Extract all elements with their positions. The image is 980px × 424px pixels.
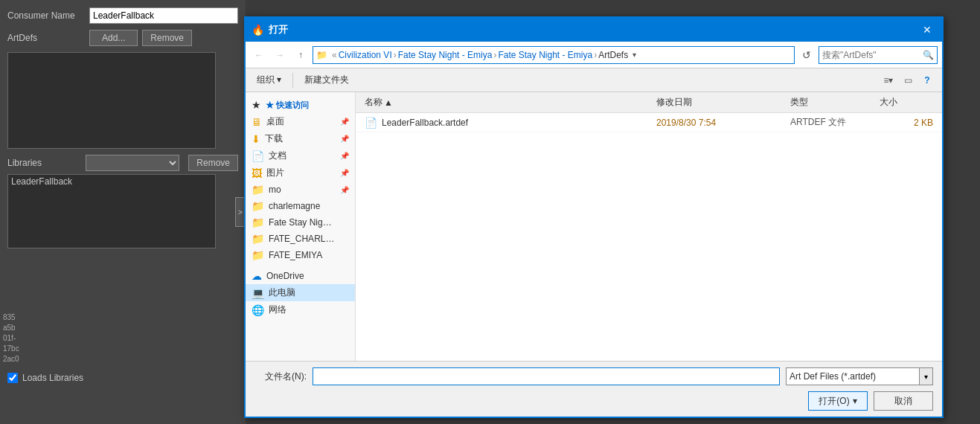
file-row-leaderfallback[interactable]: 📄 LeaderFallback.artdef 2019/8/30 7:54 A… — [356, 113, 942, 132]
toolbar-separator — [292, 73, 293, 88]
fate-charlemag-icon: 📁 — [252, 233, 264, 245]
file-name-cell: 📄 LeaderFallback.artdef — [362, 117, 653, 129]
view-panel-button[interactable]: ▭ — [899, 71, 917, 89]
col-size[interactable]: 大小 — [877, 96, 936, 109]
col-date[interactable]: 修改日期 — [653, 96, 787, 109]
hash-line-5: 2ac0 — [3, 354, 19, 364]
file-date-cell: 2019/8/30 7:54 — [653, 118, 787, 128]
nav-item-charlemagne[interactable]: 📁 charlemagne — [246, 198, 355, 214]
downloads-label: 下载 — [265, 132, 336, 145]
dialog-addressbar: ← → ↑ 📁 « Civilization VI › Fate Stay Ni… — [246, 42, 942, 68]
quick-access-label: ★ 快速访问 — [266, 100, 349, 111]
nav-item-onedrive[interactable]: ☁ OneDrive — [246, 268, 355, 284]
network-icon: 🌐 — [252, 304, 264, 316]
col-name[interactable]: 名称 ▲ — [362, 96, 653, 109]
onedrive-icon: ☁ — [252, 270, 262, 282]
dialog-filelist: 名称 ▲ 修改日期 类型 大小 📄 LeaderFallback.artdef — [356, 92, 942, 361]
nav-item-thispc[interactable]: 💻 此电脑 — [246, 284, 355, 301]
open-dropdown-icon: ▾ — [853, 396, 857, 406]
consumer-name-label: Consumer Name — [7, 10, 89, 21]
thispc-icon: 💻 — [252, 287, 264, 299]
nav-up-button[interactable]: ↑ — [292, 46, 310, 64]
nav-forward-button[interactable]: → — [271, 46, 289, 64]
fate-stay-label: Fate Stay Night - E — [269, 217, 336, 228]
loads-libraries-label: Loads Libraries — [22, 373, 83, 383]
nav-back-button[interactable]: ← — [250, 46, 268, 64]
consumer-name-row: Consumer Name — [7, 7, 238, 24]
nav-item-network[interactable]: 🌐 网络 — [246, 301, 355, 318]
dialog-title-text: 打开 — [269, 23, 914, 36]
editor-panel: Consumer Name ArtDefs Add... Remove Libr… — [0, 0, 246, 424]
new-folder-button[interactable]: 新建文件夹 — [299, 71, 354, 89]
loads-libraries-row: Loads Libraries — [7, 373, 83, 383]
quick-access-header: ★ ★ 快速访问 — [246, 97, 355, 113]
libraries-label: Libraries — [7, 158, 81, 168]
file-open-dialog: 🔥 打开 ✕ ← → ↑ 📁 « Civilization VI › Fate … — [244, 16, 944, 418]
mo-label: mo — [269, 184, 336, 195]
consumer-name-input[interactable] — [89, 7, 238, 24]
hash-line-4: 17bc — [3, 344, 19, 354]
add-button[interactable]: Add... — [89, 30, 138, 46]
library-item: LeaderFallback — [11, 176, 72, 187]
filetype-dropdown-button[interactable]: ▾ — [920, 367, 933, 385]
organize-label: 组织 ▾ — [257, 74, 281, 86]
filelist-header: 名称 ▲ 修改日期 类型 大小 — [356, 92, 942, 113]
libraries-remove-button[interactable]: Remove — [188, 155, 238, 171]
pin-icon-pics: 📌 — [340, 169, 349, 177]
pin-icon-mo: 📌 — [340, 186, 349, 194]
filename-input[interactable] — [313, 367, 780, 385]
nav-item-fate-emiya[interactable]: 📁 FATE_EMIYA — [246, 247, 355, 263]
open-button-label: 打开(O) — [819, 395, 849, 408]
libraries-row: Libraries Remove — [7, 155, 238, 171]
view-list-button[interactable]: ≡▾ — [880, 71, 897, 89]
dialog-main: ★ ★ 快速访问 🖥 桌面 📌 ⬇ 下载 📌 📄 文档 📌 — [246, 92, 942, 361]
loads-libraries-checkbox[interactable] — [7, 373, 18, 383]
artdefs-label: ArtDefs — [7, 33, 89, 43]
sort-icon: ▲ — [384, 97, 393, 108]
file-size-cell: 2 KB — [877, 118, 936, 128]
open-button[interactable]: 打开(O) ▾ — [808, 391, 868, 411]
breadcrumb-fatesn2[interactable]: Fate Stay Night - Emiya — [498, 50, 592, 60]
breadcrumb-fatesn1[interactable]: Fate Stay Night - Emiya — [398, 50, 493, 60]
organize-button[interactable]: 组织 ▾ — [252, 71, 286, 89]
onedrive-label: OneDrive — [266, 271, 349, 281]
hash-line-3: 01f- — [3, 333, 19, 344]
quick-access-section: ★ ★ 快速访问 🖥 桌面 📌 ⬇ 下载 📌 📄 文档 📌 — [246, 95, 355, 265]
nav-item-docs[interactable]: 📄 文档 📌 — [246, 147, 355, 164]
nav-item-fate-stay[interactable]: 📁 Fate Stay Night - E — [246, 214, 355, 231]
filetype-input[interactable] — [786, 367, 920, 385]
dialog-action-row: 打开(O) ▾ 取消 — [254, 391, 933, 411]
breadcrumb-civilization[interactable]: Civilization VI — [339, 50, 392, 60]
pictures-label: 图片 — [266, 167, 336, 179]
col-type[interactable]: 类型 — [787, 96, 877, 109]
refresh-button[interactable]: ↺ — [798, 46, 816, 64]
nav-item-mo[interactable]: 📁 mo 📌 — [246, 182, 355, 198]
breadcrumb-bar: 📁 « Civilization VI › Fate Stay Night - … — [313, 46, 795, 64]
fate-charlemag-label: FATE_CHARLEMAG( — [269, 234, 336, 244]
new-folder-label: 新建文件夹 — [304, 74, 349, 86]
charlemagne-label: charlemagne — [269, 201, 349, 211]
filetype-container: ▾ — [786, 367, 933, 385]
nav-item-desktop[interactable]: 🖥 桌面 📌 — [246, 113, 355, 130]
libraries-dropdown[interactable] — [86, 155, 179, 171]
charlemagne-icon: 📁 — [252, 200, 264, 212]
artdefs-row: ArtDefs Add... Remove — [7, 30, 238, 46]
artdefs-box — [7, 52, 216, 149]
view-buttons: ≡▾ ▭ ? — [880, 71, 936, 89]
search-input[interactable] — [822, 50, 919, 60]
fate-emiya-label: FATE_EMIYA — [269, 250, 349, 260]
libraries-list: LeaderFallback — [7, 174, 216, 248]
breadcrumb-dropdown-button[interactable]: ▾ — [628, 46, 640, 64]
remove-button[interactable]: Remove — [142, 30, 192, 46]
nav-item-pictures[interactable]: 🖼 图片 📌 — [246, 164, 355, 182]
help-button[interactable]: ? — [918, 71, 936, 89]
file-icon: 📄 — [365, 117, 377, 129]
filename-label: 文件名(N): — [254, 370, 307, 383]
mo-folder-icon: 📁 — [252, 184, 264, 196]
dialog-toolbar: 组织 ▾ 新建文件夹 ≡▾ ▭ ? — [246, 68, 942, 92]
cancel-button[interactable]: 取消 — [874, 391, 933, 411]
nav-item-fate-charlemag[interactable]: 📁 FATE_CHARLEMAG( — [246, 231, 355, 247]
nav-item-downloads[interactable]: ⬇ 下载 📌 — [246, 130, 355, 147]
hash-line-1: 835 — [3, 312, 19, 323]
dialog-close-button[interactable]: ✕ — [918, 21, 936, 39]
